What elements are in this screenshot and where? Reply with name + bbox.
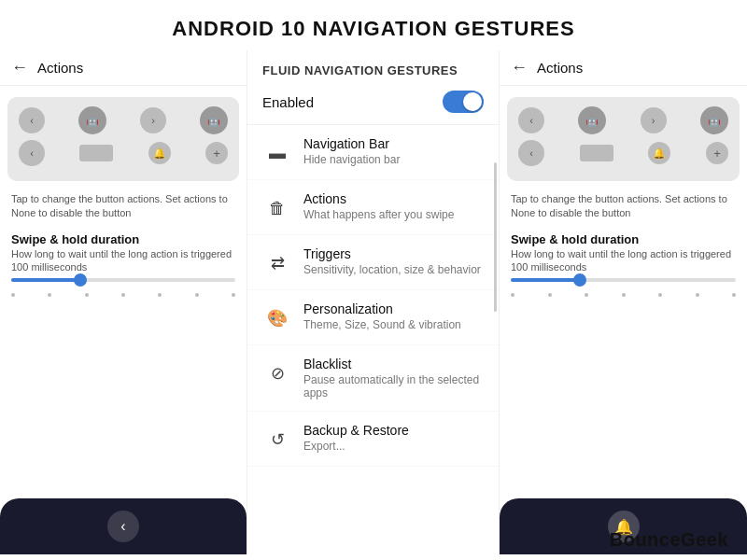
left-slider-dots	[11, 293, 235, 297]
menu-item-blacklist[interactable]: ⊘ Blacklist Pause automatically in the s…	[247, 345, 499, 412]
left-back-arrow[interactable]: ←	[11, 58, 28, 77]
right-btn-row-1: ‹ 🤖 › 🤖	[518, 106, 728, 134]
rdot-2	[548, 293, 552, 297]
menu-item-navbar[interactable]: ▬ Navigation Bar Hide navigation bar	[247, 125, 499, 180]
dot-2	[48, 293, 51, 297]
right-phone-panel: ← Actions ‹ 🤖 › 🤖 ‹ 🔔 + Tap to change th…	[500, 50, 747, 554]
right-chevron-right-btn[interactable]: ›	[641, 107, 667, 133]
dot-5	[158, 293, 162, 297]
right-rect-btn[interactable]	[580, 145, 613, 161]
dot-1	[11, 293, 15, 297]
menu-item-title-3: Personalization	[303, 301, 484, 316]
scrollbar[interactable]	[494, 162, 497, 312]
brand-label: BounceGeek	[610, 529, 728, 551]
menu-item-actions[interactable]: 🗑 Actions What happens after you swipe	[247, 180, 499, 235]
backup-icon: ↺	[262, 425, 292, 455]
menu-item-subtitle-2: Sensitivity, location, size & behavior	[303, 263, 484, 276]
menu-item-subtitle-1: What happens after you swipe	[303, 208, 484, 221]
right-slider-thumb[interactable]	[573, 273, 586, 287]
page-title: ANDROID 10 NAVIGATION GESTURES	[0, 0, 747, 50]
right-robot-icon-top[interactable]: 🤖	[578, 106, 606, 134]
menu-item-subtitle-3: Theme, Size, Sound & vibration	[303, 318, 484, 331]
menu-item-personalization[interactable]: 🎨 Personalization Theme, Size, Sound & v…	[247, 290, 499, 345]
right-slider-dots	[511, 293, 736, 297]
right-plus-btn[interactable]: +	[706, 142, 728, 164]
right-chevron-left-btn[interactable]: ‹	[518, 107, 544, 133]
enabled-row: Enabled	[247, 85, 499, 125]
right-button-grid: ‹ 🤖 › 🤖 ‹ 🔔 +	[507, 97, 740, 181]
left-slider-fill	[11, 278, 78, 282]
right-bell-btn[interactable]: 🔔	[648, 142, 670, 164]
right-swipe-subtitle: How long to wait until the long action i…	[511, 248, 736, 259]
left-swipe-section: Swipe & hold duration How long to wait u…	[7, 229, 239, 297]
left-btn-row-2: ‹ 🔔 +	[19, 140, 228, 166]
left-button-grid: ‹ 🤖 › 🤖 ‹ 🔔 +	[7, 97, 239, 181]
left-header-title: Actions	[37, 60, 83, 76]
left-swipe-value: 100 milliseconds	[11, 261, 235, 273]
menu-item-title-2: Triggers	[303, 246, 484, 261]
enabled-toggle[interactable]	[443, 91, 484, 113]
rdot-7	[732, 293, 736, 297]
left-chevron-left-btn-2[interactable]: ‹	[19, 140, 45, 166]
left-phone-panel: ← Actions ‹ 🤖 › 🤖 ‹ 🔔 + Tap to change th…	[0, 50, 247, 554]
actions-icon: 🗑	[262, 193, 292, 223]
personalization-icon: 🎨	[262, 303, 292, 333]
menu-item-triggers[interactable]: ⇄ Triggers Sensitivity, location, size &…	[247, 235, 499, 290]
right-swipe-value: 100 milliseconds	[511, 261, 736, 273]
right-button-area: ‹ 🤖 › 🤖 ‹ 🔔 + Tap to change the button a…	[500, 86, 747, 498]
right-header-title: Actions	[537, 60, 583, 76]
dot-7	[232, 293, 235, 297]
left-header: ← Actions	[0, 50, 247, 86]
dot-3	[85, 293, 89, 297]
rdot-1	[511, 293, 514, 297]
rdot-4	[622, 293, 626, 297]
left-chevron-right-btn[interactable]: ›	[140, 107, 166, 133]
menu-item-subtitle-5: Export...	[303, 440, 484, 453]
menu-items-container: ▬ Navigation Bar Hide navigation bar 🗑 A…	[247, 125, 499, 467]
left-plus-btn[interactable]: +	[205, 142, 228, 164]
navbar-icon: ▬	[262, 138, 292, 168]
right-chevron-left-btn-2[interactable]: ‹	[518, 140, 544, 166]
menu-item-backup[interactable]: ↺ Backup & Restore Export...	[247, 412, 499, 467]
left-btn-row-1: ‹ 🤖 › 🤖	[19, 106, 228, 134]
left-chevron-left-btn[interactable]: ‹	[19, 107, 45, 133]
dot-4	[121, 293, 125, 297]
left-slider-track[interactable]	[11, 278, 235, 282]
right-btn-row-2: ‹ 🔔 +	[518, 140, 728, 166]
dot-6	[195, 293, 199, 297]
triggers-icon: ⇄	[262, 248, 292, 278]
right-slider-track[interactable]	[511, 278, 736, 282]
left-slider-thumb[interactable]	[74, 273, 87, 287]
left-robot-icon-tr[interactable]: 🤖	[200, 106, 228, 134]
left-swipe-subtitle: How long to wait until the long action i…	[11, 248, 235, 259]
right-swipe-section: Swipe & hold duration How long to wait u…	[507, 229, 740, 297]
left-desc: Tap to change the button actions. Set ac…	[7, 185, 239, 229]
right-desc: Tap to change the button actions. Set ac…	[507, 185, 740, 229]
blacklist-icon: ⊘	[262, 358, 292, 388]
right-back-arrow[interactable]: ←	[511, 58, 528, 77]
right-robot-icon-tr[interactable]: 🤖	[700, 106, 728, 134]
center-panel: FLUID NAVIGATION GESTURES Enabled ▬ Navi…	[247, 50, 500, 554]
rdot-6	[696, 293, 699, 297]
left-robot-icon-top[interactable]: 🤖	[78, 106, 106, 134]
menu-item-subtitle-0: Hide navigation bar	[303, 153, 484, 166]
right-slider-fill	[511, 278, 578, 282]
rdot-3	[585, 293, 588, 297]
left-phone-bottom: ‹	[0, 498, 247, 554]
toggle-knob	[463, 92, 482, 111]
rdot-5	[658, 293, 662, 297]
left-swipe-title: Swipe & hold duration	[11, 232, 235, 246]
menu-item-title-4: Blacklist	[303, 357, 484, 371]
menu-item-subtitle-4: Pause automatically in the selected apps	[303, 373, 484, 399]
left-nav-pill[interactable]: ‹	[107, 511, 139, 542]
left-bell-btn[interactable]: 🔔	[148, 142, 171, 164]
right-header: ← Actions	[500, 50, 747, 86]
center-section-title: FLUID NAVIGATION GESTURES	[247, 50, 499, 85]
menu-item-title-0: Navigation Bar	[303, 136, 484, 151]
left-rect-btn[interactable]	[79, 145, 113, 161]
menu-item-title-5: Backup & Restore	[303, 423, 484, 438]
enabled-label: Enabled	[262, 94, 314, 110]
right-swipe-title: Swipe & hold duration	[511, 232, 736, 246]
left-button-area: ‹ 🤖 › 🤖 ‹ 🔔 + Tap to change the button a…	[0, 86, 247, 498]
menu-item-title-1: Actions	[303, 191, 484, 206]
